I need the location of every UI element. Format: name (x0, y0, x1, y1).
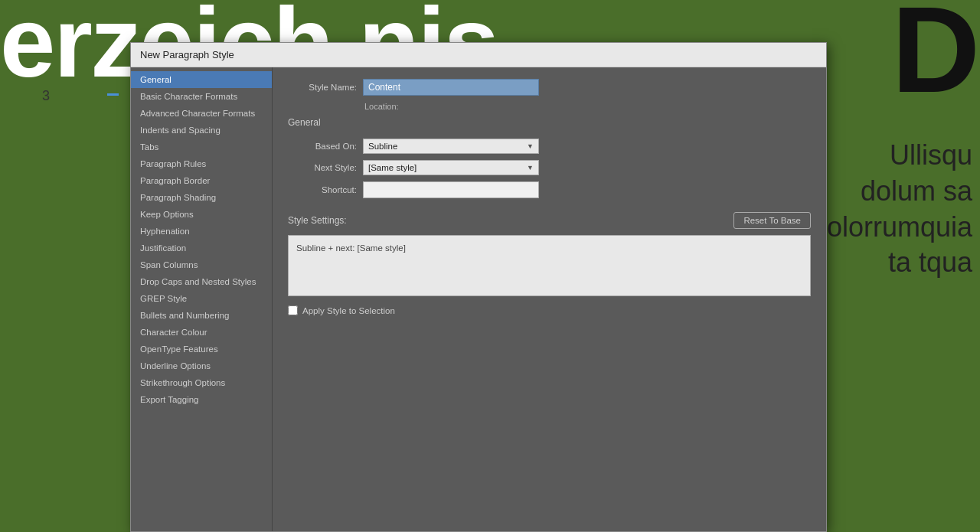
shortcut-label: Shortcut: (288, 185, 357, 194)
style-name-row: Style Name: (288, 79, 811, 96)
based-on-select-wrapper: Subline [No Paragraph Style] [Basic Para… (363, 139, 539, 154)
dialog-nav: General Basic Character Formats Advanced… (131, 67, 273, 531)
shortcut-row: Shortcut: (288, 181, 811, 198)
next-style-label: Next Style: (288, 163, 357, 172)
sidebar-item-para-border[interactable]: Paragraph Border (131, 172, 272, 189)
style-settings-text: Subline + next: [Same style] (296, 243, 406, 253)
sidebar-item-grep[interactable]: GREP Style (131, 290, 272, 307)
next-style-select[interactable]: [Same style] Content Subline (363, 160, 539, 175)
next-style-row: Next Style: [Same style] Content Subline (288, 160, 811, 175)
style-settings-box: Subline + next: [Same style] (288, 235, 811, 296)
style-settings-label: Style Settings: (288, 215, 347, 226)
page-number: 3 (42, 88, 50, 104)
sidebar-item-keep[interactable]: Keep Options (131, 206, 272, 223)
sidebar-item-para-rules[interactable]: Paragraph Rules (131, 155, 272, 172)
body-text-line2: dolum sa (813, 174, 972, 210)
shortcut-input[interactable] (363, 181, 539, 198)
sidebar-item-advanced-char[interactable]: Advanced Character Formats (131, 105, 272, 122)
sidebar-item-tabs[interactable]: Tabs (131, 139, 272, 155)
apply-style-label: Apply Style to Selection (302, 306, 395, 315)
next-style-select-wrapper: [Same style] Content Subline (363, 160, 539, 175)
sidebar-item-indents[interactable]: Indents and Spacing (131, 122, 272, 139)
sidebar-item-general[interactable]: General (131, 71, 272, 88)
style-name-input[interactable] (363, 79, 539, 96)
style-name-label: Style Name: (288, 83, 357, 92)
dialog-main: Style Name: Location: General Based On: … (273, 67, 826, 531)
reset-to-base-button[interactable]: Reset To Base (733, 212, 811, 229)
body-text-line1: Ullisqu (813, 138, 972, 174)
body-text-line3: volorrumquia (813, 210, 972, 246)
based-on-row: Based On: Subline [No Paragraph Style] [… (288, 139, 811, 154)
location-label: Location: (364, 102, 811, 111)
style-settings-header-row: Style Settings: Reset To Base (288, 212, 811, 229)
based-on-select[interactable]: Subline [No Paragraph Style] [Basic Para… (363, 139, 539, 154)
dialog-titlebar: New Paragraph Style (131, 43, 826, 67)
sidebar-item-drop-caps[interactable]: Drop Caps and Nested Styles (131, 273, 272, 290)
sidebar-item-strikethrough[interactable]: Strikethrough Options (131, 374, 272, 391)
bg-large-text-right: D (891, 0, 980, 111)
sidebar-item-hyphenation[interactable]: Hyphenation (131, 223, 272, 240)
apply-style-row: Apply Style to Selection (288, 305, 811, 315)
dialog-body: General Basic Character Formats Advanced… (131, 67, 826, 531)
general-section-header: General (288, 117, 811, 128)
blue-marker (107, 93, 119, 96)
sidebar-item-export[interactable]: Export Tagging (131, 391, 272, 408)
sidebar-item-basic-char[interactable]: Basic Character Formats (131, 88, 272, 105)
based-on-label: Based On: (288, 142, 357, 151)
sidebar-item-para-shading[interactable]: Paragraph Shading (131, 189, 272, 206)
sidebar-item-underline[interactable]: Underline Options (131, 357, 272, 374)
sidebar-item-bullets[interactable]: Bullets and Numbering (131, 307, 272, 324)
dialog: New Paragraph Style General Basic Charac… (130, 42, 827, 532)
sidebar-item-char-colour[interactable]: Character Colour (131, 324, 272, 341)
sidebar-item-span[interactable]: Span Columns (131, 256, 272, 273)
sidebar-item-opentype[interactable]: OpenType Features (131, 341, 272, 357)
body-text-line4: ta tqua (813, 245, 972, 281)
body-text: Ullisqu dolum sa volorrumquia ta tqua (813, 138, 972, 281)
dialog-title: New Paragraph Style (140, 49, 234, 60)
apply-style-checkbox[interactable] (288, 305, 298, 315)
sidebar-item-justification[interactable]: Justification (131, 240, 272, 256)
